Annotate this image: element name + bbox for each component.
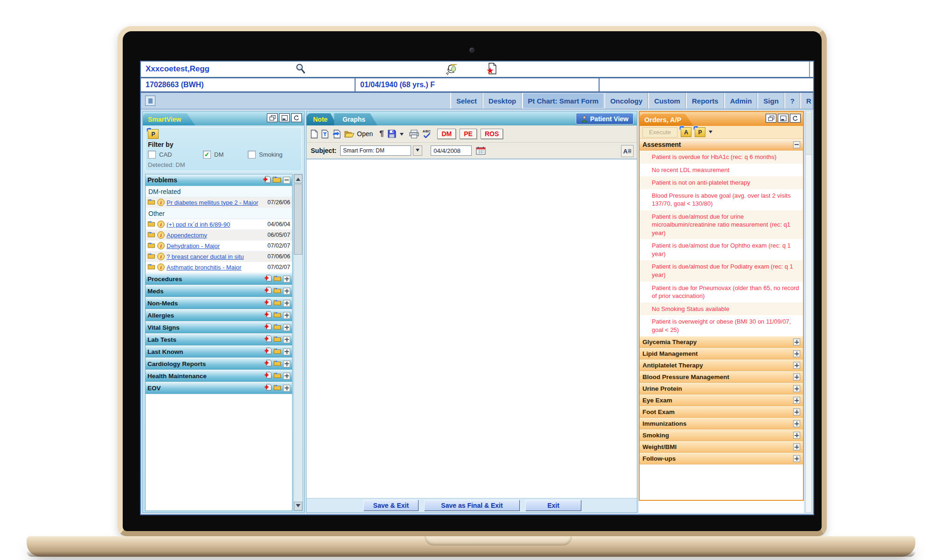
problem-link[interactable]: Appendectomy (167, 232, 265, 239)
expand-icon[interactable] (793, 385, 800, 392)
menu-tab-custom[interactable]: Custom (648, 93, 686, 109)
orders-section-immunizations[interactable]: Immunizations (640, 418, 803, 429)
calendar-icon[interactable] (476, 146, 486, 155)
note-editor-area[interactable] (307, 159, 637, 498)
sidebar-section-eov[interactable]: EOV (146, 382, 292, 394)
tab-graphs[interactable]: Graphs (334, 113, 377, 125)
sidebar-section-vital-signs[interactable]: Vital Signs (146, 321, 292, 333)
patient-form-icon[interactable]: P (148, 129, 159, 139)
checkbox-dm[interactable]: ✓ (203, 151, 211, 159)
add-item-icon[interactable] (265, 299, 272, 307)
sidebar-section-meds[interactable]: Meds (146, 285, 292, 297)
expand-icon[interactable] (283, 312, 290, 319)
folder-arrow-icon[interactable] (273, 372, 281, 380)
info-icon[interactable]: i (157, 263, 165, 271)
refresh-icon[interactable] (291, 113, 302, 122)
sidebar-section-non-meds[interactable]: Non-Meds (146, 297, 292, 309)
expand-icon[interactable] (793, 455, 800, 462)
new-document-icon[interactable] (311, 130, 318, 138)
add-item-icon[interactable] (265, 335, 272, 344)
expand-icon[interactable] (283, 360, 290, 367)
expand-icon[interactable] (793, 362, 800, 369)
info-icon[interactable]: i (157, 242, 165, 249)
problems-section-header[interactable]: Problems (146, 174, 292, 186)
folder-arrow-icon[interactable] (147, 242, 155, 249)
subject-dropdown-button[interactable] (413, 145, 422, 156)
info-icon[interactable]: i (157, 231, 165, 239)
expand-icon[interactable] (793, 397, 800, 404)
orders-section-weight-bmi[interactable]: Weight/BMI (640, 441, 803, 453)
scrollbar-thumb[interactable] (294, 184, 302, 255)
dm-smartform-button[interactable]: DM (437, 129, 456, 139)
orders-section-blood-pressure-management[interactable]: Blood Pressure Management (640, 371, 803, 383)
folder-arrow-icon[interactable] (147, 231, 155, 239)
smartview-tab[interactable]: SmartView (143, 113, 195, 125)
subject-input[interactable]: Smart Form: DM (340, 145, 411, 156)
expand-icon[interactable] (793, 420, 800, 427)
stork-delivery-icon[interactable] (445, 62, 459, 77)
orders-tab[interactable]: Orders, A/P (640, 114, 693, 126)
problem-link[interactable]: Pr diabetes mellitus type 2 - Major (167, 199, 265, 206)
folder-arrow-icon[interactable] (273, 360, 281, 367)
sidebar-section-procedures[interactable]: Procedures (146, 273, 292, 285)
folder-arrow-icon[interactable] (147, 199, 155, 206)
orders-section-smoking[interactable]: Smoking (640, 429, 803, 441)
expand-icon[interactable] (283, 385, 290, 392)
expand-icon[interactable] (283, 300, 290, 307)
print-icon[interactable] (409, 130, 419, 138)
add-item-icon[interactable] (265, 372, 272, 380)
save-dropdown-icon[interactable] (400, 133, 404, 138)
menu-tab-oncology[interactable]: Oncology (604, 93, 648, 109)
tab-note[interactable]: Note (307, 113, 337, 125)
sidebar-section-lab-tests[interactable]: Lab Tests (146, 333, 292, 346)
expand-icon[interactable] (283, 276, 290, 283)
orders-section-foot-exam[interactable]: Foot Exam (640, 406, 803, 418)
expand-icon[interactable] (283, 336, 290, 343)
info-icon[interactable]: i (157, 253, 165, 260)
problem-link[interactable]: Dehydration - Major (167, 242, 265, 249)
menu-tab-sign[interactable]: Sign (757, 93, 784, 109)
assessment-insert-icon[interactable]: A (681, 127, 691, 137)
sidebar-scrollbar[interactable] (293, 174, 303, 511)
scroll-down-button[interactable] (294, 502, 302, 511)
problem-link[interactable]: ? breast cancer ductal in situ (167, 253, 265, 260)
folder-arrow-icon[interactable] (273, 324, 281, 331)
collapse-icon[interactable] (283, 177, 290, 184)
menu-tab-clipped[interactable]: R (800, 93, 813, 109)
folder-arrow-icon[interactable] (273, 287, 281, 295)
pe-button[interactable]: PE (460, 129, 477, 139)
sidebar-section-last-known[interactable]: Last Known (146, 346, 292, 358)
document-template-icon[interactable] (321, 130, 328, 138)
restore-icon[interactable] (766, 114, 776, 123)
expand-icon[interactable] (283, 373, 290, 380)
minimize-icon[interactable] (279, 113, 290, 122)
orders-section-antiplatelet-therapy[interactable]: Antiplatelet Therapy (640, 360, 803, 371)
orders-section-urine-protein[interactable]: Urine Protein (640, 383, 803, 394)
restore-icon[interactable] (267, 113, 278, 122)
add-item-icon[interactable] (265, 384, 272, 392)
window-menu-button[interactable] (145, 96, 155, 106)
collapse-icon[interactable] (793, 141, 800, 148)
orders-section-eye-exam[interactable]: Eye Exam (640, 394, 803, 406)
add-item-icon[interactable] (265, 323, 272, 332)
add-item-icon[interactable] (265, 311, 272, 319)
open-label[interactable]: Open (357, 130, 373, 138)
add-item-icon[interactable] (265, 275, 272, 283)
save-final-exit-button[interactable]: Save as Final & Exit (424, 500, 520, 511)
plan-dropdown-icon[interactable] (709, 131, 712, 135)
info-icon[interactable]: i (157, 199, 165, 206)
folder-arrow-icon[interactable] (273, 384, 281, 392)
folder-arrow-icon[interactable] (273, 348, 281, 355)
sidebar-section-health-maintenance[interactable]: Health Maintenance (146, 370, 292, 382)
app-scrollbar-thumb[interactable] (806, 112, 811, 155)
orders-section-follow-ups[interactable]: Follow-ups (640, 453, 803, 464)
refresh-icon[interactable] (790, 114, 801, 123)
folder-arrow-icon[interactable] (273, 336, 281, 343)
exit-button[interactable]: Exit (525, 500, 581, 511)
execute-button[interactable]: Execute (642, 127, 677, 138)
assessment-section-header[interactable]: Assessment (640, 139, 803, 151)
folder-arrow-icon[interactable] (273, 275, 281, 283)
save-exit-button[interactable]: Save & Exit (363, 500, 419, 511)
expand-icon[interactable] (793, 350, 800, 357)
expand-icon[interactable] (793, 443, 800, 450)
